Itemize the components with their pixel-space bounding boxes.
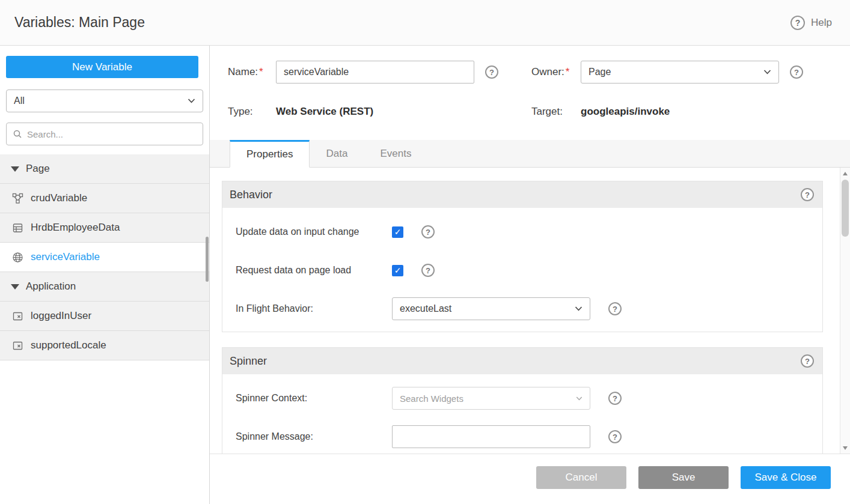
- spinner-message-control: [392, 425, 590, 448]
- spinner-message-label: Spinner Message:: [236, 431, 392, 442]
- spinner-context-placeholder: Search Widgets: [400, 393, 576, 404]
- owner-label: Owner:*: [531, 66, 581, 78]
- spinner-section-body: Spinner Context: Search Widgets Spinner …: [222, 374, 822, 454]
- chevron-down-icon: [188, 99, 195, 103]
- name-label: Name:*: [228, 66, 276, 78]
- sidebar-group-application[interactable]: Application: [0, 272, 209, 302]
- request-data-checkbox[interactable]: [392, 265, 403, 276]
- search-icon: [13, 129, 22, 139]
- collapse-arrow-icon: [11, 166, 19, 172]
- inflight-selected-value: executeLast: [400, 303, 575, 314]
- spinner-context-select[interactable]: Search Widgets: [392, 387, 590, 410]
- name-label-text: Name:: [228, 66, 258, 77]
- sidebar-scrollbar-thumb[interactable]: [206, 237, 209, 282]
- required-asterisk: *: [259, 66, 263, 77]
- type-label: Type:: [228, 106, 276, 118]
- sidebar-item-crudvariable[interactable]: crudVariable: [0, 184, 209, 213]
- spinner-context-label: Spinner Context:: [236, 393, 392, 404]
- owner-select[interactable]: Page: [581, 61, 779, 83]
- properties-panel: Behavior Update data on input change: [210, 168, 850, 454]
- static-variable-icon: [12, 311, 23, 322]
- behavior-section-header: Behavior: [222, 181, 822, 208]
- collapse-arrow-icon: [11, 284, 19, 290]
- spinner-message-input[interactable]: [392, 425, 590, 448]
- group-label: Page: [26, 163, 50, 175]
- behavior-section-body: Update data on input change Request data…: [222, 208, 822, 332]
- variable-detail: Name:* Owner:* Page Type: Web Servic: [210, 46, 850, 504]
- spinner-context-control: Search Widgets: [392, 387, 590, 410]
- owner-label-text: Owner:: [531, 66, 564, 77]
- spinner-section: Spinner Spinner Context: Search Widgets: [222, 347, 823, 454]
- sidebar-group-page[interactable]: Page: [0, 154, 209, 184]
- dialog-footer: Cancel Save Save & Close: [210, 454, 850, 504]
- tab-properties[interactable]: Properties: [230, 140, 310, 168]
- arrow-up-icon: [843, 172, 848, 175]
- sidebar-item-hrdbemployeedata[interactable]: HrdbEmployeeData: [0, 213, 209, 243]
- chevron-down-icon: [763, 70, 771, 74]
- search-input[interactable]: [27, 129, 197, 139]
- group-label: Application: [26, 281, 76, 293]
- inflight-help-icon[interactable]: [608, 302, 622, 315]
- vertical-scrollbar[interactable]: [840, 168, 850, 454]
- property-row-request-data: Request data on page load: [222, 251, 822, 290]
- variable-form: Name:* Owner:* Page Type: Web Servic: [210, 46, 850, 140]
- variable-filter-select[interactable]: All: [6, 90, 203, 112]
- owner-selected-value: Page: [589, 67, 763, 77]
- variables-dialog: Variables: Main Page Help New Variable A…: [0, 0, 850, 504]
- target-label: Target:: [531, 106, 581, 118]
- variable-label: serviceVariable: [31, 251, 100, 263]
- variables-sidebar: New Variable All Page crudVariab: [0, 46, 210, 504]
- scrollbar-thumb[interactable]: [842, 180, 849, 237]
- scroll-up-button[interactable]: [840, 168, 850, 178]
- crud-variable-icon: [12, 193, 23, 204]
- help-icon[interactable]: [790, 16, 805, 30]
- inflight-label: In Flight Behavior:: [236, 303, 392, 314]
- behavior-section: Behavior Update data on input change: [222, 181, 823, 332]
- sidebar-item-loggedinuser[interactable]: loggedInUser: [0, 302, 209, 331]
- name-input[interactable]: [276, 61, 474, 83]
- chevron-down-icon: [575, 306, 582, 311]
- variable-label: crudVariable: [31, 192, 87, 204]
- save-close-button[interactable]: Save & Close: [741, 466, 831, 489]
- arrow-down-icon: [843, 446, 848, 450]
- page-title: Variables: Main Page: [14, 14, 145, 31]
- help-button[interactable]: Help: [790, 16, 832, 30]
- target-value: googleapis/invoke: [581, 106, 670, 118]
- sidebar-item-servicevariable[interactable]: serviceVariable: [0, 243, 209, 272]
- filter-selected-value: All: [14, 96, 188, 106]
- variable-label: HrdbEmployeeData: [31, 222, 120, 234]
- variable-label: supportedLocale: [31, 339, 106, 351]
- new-variable-button[interactable]: New Variable: [6, 56, 198, 78]
- request-data-control: [392, 265, 403, 276]
- behavior-section-title: Behavior: [230, 189, 801, 201]
- inflight-select[interactable]: executeLast: [392, 297, 590, 320]
- form-row-name-owner: Name:* Owner:* Page: [210, 61, 850, 83]
- cancel-button[interactable]: Cancel: [536, 466, 626, 489]
- behavior-help-icon[interactable]: [801, 188, 814, 201]
- chevron-down-icon: [576, 396, 582, 401]
- update-data-checkbox[interactable]: [392, 226, 403, 238]
- spinner-section-header: Spinner: [222, 348, 822, 374]
- static-variable-icon: [12, 340, 23, 351]
- form-row-type-target: Type: Web Service (REST) Target: googlea…: [210, 100, 850, 123]
- spinner-help-icon[interactable]: [801, 354, 814, 368]
- variable-search[interactable]: [6, 123, 203, 145]
- save-button[interactable]: Save: [638, 466, 729, 489]
- property-row-inflight: In Flight Behavior: executeLast: [222, 290, 822, 328]
- update-data-help-icon[interactable]: [421, 225, 435, 238]
- spinner-message-help-icon[interactable]: [608, 430, 622, 443]
- sidebar-item-supportedlocale[interactable]: supportedLocale: [0, 331, 209, 360]
- property-row-spinner-message: Spinner Message:: [222, 417, 822, 454]
- name-help-icon[interactable]: [485, 65, 498, 79]
- tabs: Properties Data Events: [210, 140, 850, 168]
- update-data-label: Update data on input change: [236, 226, 392, 237]
- tab-data[interactable]: Data: [310, 140, 364, 167]
- request-data-help-icon[interactable]: [421, 264, 435, 277]
- owner-help-icon[interactable]: [790, 65, 803, 79]
- database-icon: [12, 222, 23, 234]
- globe-icon: [12, 252, 23, 263]
- tab-events[interactable]: Events: [364, 140, 427, 167]
- property-row-spinner-context: Spinner Context: Search Widgets: [222, 379, 822, 417]
- spinner-context-help-icon[interactable]: [608, 392, 622, 405]
- scroll-down-button[interactable]: [840, 443, 850, 453]
